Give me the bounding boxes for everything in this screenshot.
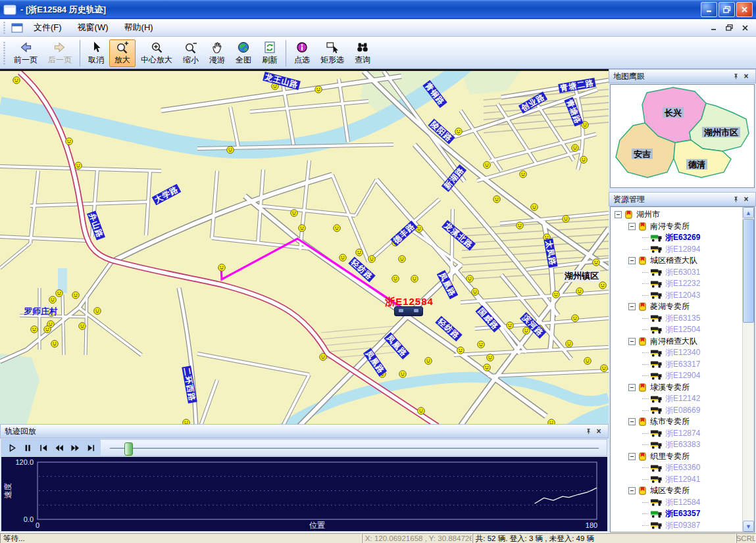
- tree-expand-icon[interactable]: [628, 384, 636, 391]
- vehicle-smiley-marker[interactable]: [548, 419, 555, 424]
- pause-button[interactable]: [20, 441, 36, 455]
- vehicle-smiley-marker[interactable]: [418, 408, 425, 415]
- tree-node-vehicle-浙E12584[interactable]: 浙E12584: [612, 497, 742, 509]
- vehicle-smiley-marker[interactable]: [563, 216, 570, 223]
- vehicle-smiley-marker[interactable]: [457, 347, 465, 354]
- toolbar-button-binoculars[interactable]: 查询: [349, 39, 376, 67]
- vehicle-smiley-marker[interactable]: [315, 86, 322, 93]
- document-window-icon[interactable]: [11, 23, 23, 33]
- toolbar-button-refresh[interactable]: 刷新: [257, 39, 283, 67]
- vehicle-smiley-marker[interactable]: [334, 225, 341, 232]
- vehicle-smiley-marker[interactable]: [291, 210, 298, 217]
- toolbar-button-zoom-out[interactable]: 缩小: [178, 39, 204, 67]
- vehicle-smiley-marker[interactable]: [572, 145, 579, 152]
- tree-node-vehicle-浙E12894[interactable]: 浙E12894: [612, 244, 742, 256]
- tree-expand-icon[interactable]: [628, 453, 636, 460]
- vehicle-smiley-marker[interactable]: [399, 371, 407, 378]
- tree-node-vehicle-浙E12043[interactable]: 浙E12043: [612, 290, 742, 302]
- step-end-button[interactable]: [83, 441, 99, 455]
- tree-scrollbar[interactable]: ▲ ▼: [742, 207, 754, 532]
- mdi-restore-button[interactable]: [724, 24, 734, 32]
- step-start-button[interactable]: [36, 441, 51, 455]
- slider-thumb[interactable]: [124, 442, 133, 456]
- vehicle-smiley-marker[interactable]: [368, 256, 376, 263]
- vehicle-smiley-marker[interactable]: [183, 419, 190, 424]
- vehicle-smiley-marker[interactable]: [79, 323, 86, 330]
- toolbar-button-info-select[interactable]: 点选: [289, 39, 315, 67]
- vehicle-smiley-marker[interactable]: [580, 156, 588, 164]
- vehicle-smiley-marker[interactable]: [576, 288, 584, 295]
- scroll-down-icon[interactable]: ▼: [743, 521, 754, 532]
- vehicle-smiley-marker[interactable]: [584, 358, 592, 365]
- toolbar-button-zoom-in[interactable]: 放大: [109, 39, 136, 67]
- vehicle-smiley-marker[interactable]: [31, 326, 38, 333]
- fast-forward-button[interactable]: [67, 441, 83, 455]
- menu-item-0[interactable]: 文件(F): [26, 19, 70, 36]
- tree-node-group-2[interactable]: 菱湖专卖所: [612, 301, 742, 313]
- toolbar-button-globe[interactable]: 全图: [230, 39, 257, 67]
- vehicle-smiley-marker[interactable]: [593, 259, 600, 266]
- vehicle-smiley-marker[interactable]: [299, 225, 306, 232]
- menu-item-1[interactable]: 视窗(W): [70, 19, 116, 36]
- tree-node-group-4[interactable]: 埭溪专卖所: [612, 382, 742, 394]
- tree-node-group-3[interactable]: 南浔稽查大队: [612, 336, 742, 348]
- tree-node-group-6[interactable]: 织里专卖所: [612, 451, 742, 463]
- toolbar-grip[interactable]: [3, 41, 6, 66]
- tree-node-vehicle-浙E63317[interactable]: 浙E63317: [612, 359, 742, 371]
- tree-expand-icon[interactable]: [628, 487, 636, 494]
- tree-node-vehicle-浙E63269[interactable]: 浙E63269: [612, 232, 742, 244]
- vehicle-smiley-marker[interactable]: [411, 275, 418, 283]
- play-button[interactable]: [4, 441, 20, 455]
- vehicle-smiley-marker[interactable]: [572, 315, 579, 322]
- vehicle-smiley-marker[interactable]: [51, 341, 59, 348]
- vehicle-smiley-marker[interactable]: [56, 290, 63, 297]
- eagle-eye-map[interactable]: 长兴湖州市区安吉德清: [610, 84, 755, 188]
- tree-node-vehicle-浙E12941[interactable]: 浙E12941: [612, 474, 742, 486]
- toolbar-button-arrow-left[interactable]: 前一页: [9, 39, 43, 67]
- minimize-button[interactable]: [701, 2, 717, 17]
- vehicle-smiley-marker[interactable]: [218, 264, 226, 272]
- vehicle-smiley-marker[interactable]: [484, 364, 491, 371]
- menu-item-2[interactable]: 帮助(H): [116, 19, 161, 36]
- toolbar-button-arrow-right[interactable]: 后一页: [43, 39, 77, 67]
- tree-node-group-5[interactable]: 练市专卖所: [612, 416, 742, 428]
- toolbar-button-pan-hand[interactable]: 漫游: [204, 39, 230, 67]
- tree-node-vehicle-浙E08669[interactable]: 浙E08669: [612, 405, 742, 417]
- tree-node-group-1[interactable]: 城区稽查大队: [612, 255, 742, 267]
- vehicle-smiley-marker[interactable]: [399, 256, 406, 263]
- mdi-minimize-button[interactable]: [709, 24, 718, 32]
- vehicle-smiley-marker[interactable]: [320, 354, 327, 361]
- tree-expand-icon[interactable]: [615, 211, 622, 218]
- vehicle-smiley-marker[interactable]: [340, 254, 347, 262]
- close-icon[interactable]: ×: [593, 427, 604, 437]
- tree-expand-icon[interactable]: [628, 338, 636, 345]
- vehicle-smiley-marker[interactable]: [517, 222, 524, 229]
- scroll-thumb[interactable]: [743, 219, 754, 323]
- rewind-button[interactable]: [51, 441, 67, 455]
- vehicle-smiley-marker[interactable]: [601, 365, 608, 372]
- tree-expand-icon[interactable]: [628, 303, 636, 310]
- tree-node-vehicle-浙E09387[interactable]: 浙E09387: [612, 520, 742, 532]
- tree-node-vehicle-浙E63031[interactable]: 浙E63031: [612, 267, 742, 279]
- tree-node-vehicle-浙E12142[interactable]: 浙E12142: [612, 393, 742, 405]
- slider-groove[interactable]: [110, 448, 599, 450]
- pushpin-icon[interactable]: [730, 72, 741, 82]
- vehicle-smiley-marker[interactable]: [466, 275, 474, 283]
- vehicle-smiley-marker[interactable]: [72, 292, 80, 299]
- close-icon[interactable]: ×: [741, 195, 751, 204]
- restore-button[interactable]: [718, 2, 735, 17]
- vehicle-smiley-marker[interactable]: [531, 204, 538, 211]
- vehicle-smiley-marker[interactable]: [478, 341, 485, 348]
- tree-node-city[interactable]: 湖州市: [612, 209, 742, 221]
- pushpin-icon[interactable]: [583, 427, 593, 437]
- vehicle-smiley-marker[interactable]: [487, 354, 494, 362]
- vehicle-smiley-marker[interactable]: [484, 162, 491, 169]
- vehicle-smiley-marker[interactable]: [455, 128, 463, 135]
- vehicle-smiley-marker[interactable]: [44, 326, 51, 333]
- vehicle-smiley-marker[interactable]: [425, 358, 432, 365]
- tree-node-vehicle-浙E63357[interactable]: 浙E63357: [612, 508, 742, 520]
- vehicle-smiley-marker[interactable]: [13, 77, 20, 84]
- pushpin-icon[interactable]: [730, 195, 741, 204]
- vehicle-smiley-marker[interactable]: [507, 322, 514, 329]
- tree-node-group-7[interactable]: 城区专卖所: [612, 485, 742, 497]
